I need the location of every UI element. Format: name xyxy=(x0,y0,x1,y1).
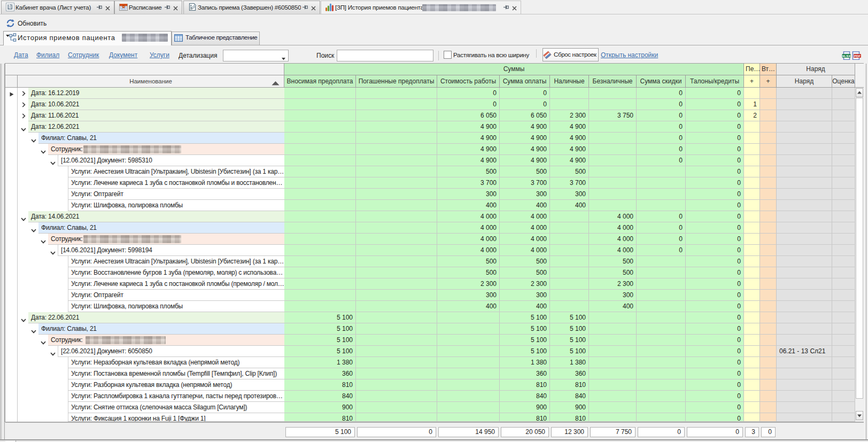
svg-text:XLSX: XLSX xyxy=(842,54,851,58)
svg-text:PDF: PDF xyxy=(854,54,861,58)
